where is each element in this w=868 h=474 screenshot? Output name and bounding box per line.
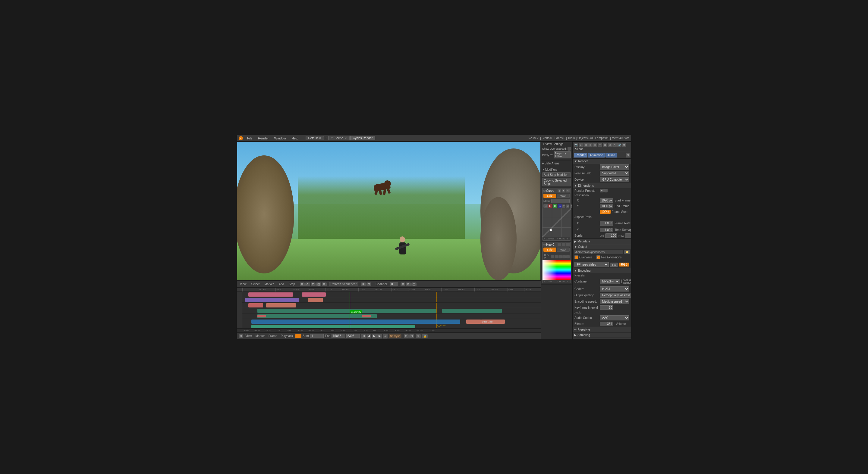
curve-down-btn[interactable]: ▼	[562, 189, 565, 193]
rp-icon-constraint[interactable]: 🔗	[617, 143, 621, 147]
output-path-input[interactable]	[574, 250, 623, 254]
sampling-title[interactable]: ▶ Sampling	[572, 333, 631, 338]
freestyle-title[interactable]: ··· Freestyle	[572, 327, 631, 332]
hue-canvas[interactable]	[542, 260, 571, 280]
curve-b-btn[interactable]: B	[558, 204, 562, 208]
play-mode-btn[interactable]	[296, 334, 301, 338]
safe-areas-title[interactable]: ▶ Safe Areas	[542, 162, 571, 165]
render-tab-btn[interactable]: Render	[574, 153, 587, 158]
keyframe-input[interactable]	[600, 305, 613, 310]
rgb-btn[interactable]: RGB	[619, 263, 629, 267]
curve-canvas[interactable]	[542, 208, 571, 237]
strip-red-1[interactable]	[308, 298, 323, 302]
quality-dropdown[interactable]: Perceptually lossless	[600, 293, 631, 298]
viewport[interactable]	[237, 141, 541, 280]
channel-input[interactable]	[390, 282, 398, 286]
strip-tab-btn[interactable]: Strip	[544, 194, 556, 198]
overwrite-checkbox[interactable]: ✓	[575, 256, 578, 259]
seq-frame-btn[interactable]: Frame	[267, 334, 278, 338]
current-frame-input[interactable]	[346, 334, 360, 338]
dimensions-title[interactable]: ▼ Dimensions	[572, 183, 631, 188]
render-section-title[interactable]: ▼ Render	[572, 159, 631, 164]
audio-codec-dropdown[interactable]: AAC	[600, 315, 629, 320]
rp-icon-particle[interactable]: ⊡	[588, 143, 592, 147]
strip-pink-2[interactable]	[302, 293, 326, 297]
start-frame-input[interactable]	[310, 334, 324, 338]
encoding-title[interactable]: ▼ Encoding	[572, 268, 631, 273]
seq-icon-2[interactable]: ⊡	[367, 282, 371, 286]
menu-window[interactable]: Window	[273, 136, 287, 141]
file-ext-checkbox[interactable]: ✓	[596, 256, 600, 259]
strip-marker-1[interactable]	[257, 315, 267, 317]
mask-input[interactable]	[551, 199, 569, 203]
seq-view-btn[interactable]: View	[244, 334, 253, 338]
sync-icon-1[interactable]: ⊞	[404, 334, 409, 338]
hue-mask-btn[interactable]: Mask	[557, 247, 570, 252]
proxy-dropdown[interactable]: No proxy, full re	[554, 151, 571, 159]
strip-cyan-3[interactable]	[257, 314, 377, 318]
strip-cyan-2[interactable]	[442, 309, 502, 313]
preset-remove-btn[interactable]: -	[604, 189, 608, 193]
timeline-view-btn[interactable]: View	[239, 282, 248, 286]
strip-pink-1[interactable]	[248, 293, 293, 297]
overexposed-input[interactable]	[567, 147, 571, 150]
hue-down-btn[interactable]	[562, 243, 565, 246]
sync-icon-2[interactable]: ⊡	[409, 334, 414, 338]
timeline-icon-1[interactable]: ⊞	[300, 282, 305, 286]
curve-up-btn[interactable]: ▲	[558, 189, 561, 193]
mask-tab-btn[interactable]: Mask	[557, 194, 570, 198]
strip-red-4[interactable]	[466, 319, 481, 324]
ch-icon-1[interactable]: ⊞	[401, 282, 405, 286]
bitrate-input[interactable]	[600, 321, 613, 326]
curve-reset-btn[interactable]: ↺	[562, 204, 565, 208]
geometry-title[interactable]: ▶ Geometry	[572, 338, 631, 339]
menu-file[interactable]: File	[246, 136, 254, 141]
lock-icon[interactable]: 🔒	[422, 334, 428, 338]
rp-extra-icon[interactable]: ⊡	[626, 153, 630, 158]
prev-frame-btn[interactable]: ◀	[367, 334, 371, 338]
strip-purple-1[interactable]	[245, 298, 299, 302]
menu-help[interactable]: Help	[290, 136, 300, 141]
playhead[interactable]: 01:28+30	[350, 292, 350, 328]
seq-playback-btn[interactable]: Playback	[280, 334, 294, 338]
strip-red-5[interactable]: Strip Mack	[481, 319, 505, 324]
curve-g-btn[interactable]: G	[553, 204, 557, 208]
codec-dropdown[interactable]: H.264	[600, 286, 629, 292]
strip-marker-2[interactable]	[362, 315, 371, 317]
strip-cyan-4[interactable]	[251, 325, 415, 328]
output-format-dropdown[interactable]: FFmpeg video	[575, 262, 609, 267]
timeline-tracks[interactable]: 01:28+30 F_13342	[237, 292, 541, 328]
rp-icon-physics[interactable]: ⊟	[593, 143, 597, 147]
timeline-icon-3[interactable]: ⊡	[311, 282, 315, 286]
curve-check[interactable]: ☑	[544, 190, 546, 192]
hue-x-btn[interactable]	[566, 243, 569, 246]
preset-add-btn[interactable]: +	[600, 189, 604, 193]
rp-icon-object[interactable]: ⬡	[608, 143, 612, 147]
hue-check[interactable]: ☑	[544, 243, 546, 246]
container-dropdown[interactable]: MPEG-4	[600, 279, 620, 284]
rp-icon-scene[interactable]: ◫	[598, 143, 602, 147]
old-val-input[interactable]	[605, 233, 617, 238]
timeline-icon-5[interactable]: ⊟	[322, 282, 327, 286]
curve-close-btn[interactable]: ✕	[566, 189, 569, 193]
add-strip-modifier-btn[interactable]: Add Strip Modifier	[542, 172, 571, 177]
copy-selected-btn[interactable]: Copy to Selected Strips	[542, 178, 571, 187]
strip-blue-1[interactable]	[251, 319, 460, 324]
ch-icon-3[interactable]: ◫	[411, 282, 416, 286]
hue-up-btn[interactable]	[558, 243, 561, 246]
tab-scene[interactable]: ⬡ Scene ✕	[328, 136, 349, 140]
play-btn[interactable]: ▶	[372, 334, 377, 338]
output-browse-btn[interactable]: 📁	[624, 250, 630, 254]
timeline-add-btn[interactable]: Add	[277, 282, 285, 286]
curve-r-btn[interactable]: R	[548, 204, 553, 208]
curve-zoom-btn[interactable]: ⊡	[566, 204, 569, 208]
timeline-icon-4[interactable]: ◫	[316, 282, 321, 286]
feature-set-dropdown[interactable]: Supported	[600, 171, 629, 176]
display-dropdown[interactable]: Image Editor	[600, 164, 629, 170]
timeline-marker-btn[interactable]: Marker	[263, 282, 275, 286]
timeline-select-btn[interactable]: Select	[250, 282, 261, 286]
curve-x-btn[interactable]: ✕	[570, 204, 572, 208]
hue-tool-1[interactable]	[551, 255, 554, 259]
seq-marker-btn[interactable]: Marker	[254, 334, 266, 338]
seq-icon-btn[interactable]: ⊞	[239, 334, 243, 338]
